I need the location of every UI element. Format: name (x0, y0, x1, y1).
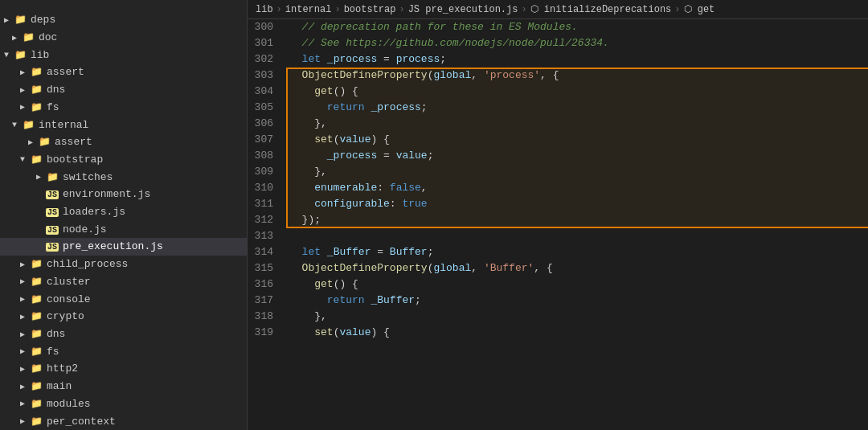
folder-icon: 📁 (29, 66, 43, 78)
sidebar-item-label-pre_execution: pre_execution.js (63, 240, 163, 252)
sidebar-title (0, 0, 247, 11)
sidebar-item-console[interactable]: ▶📁console (0, 290, 247, 308)
sidebar-item-label-fs2: fs (47, 346, 59, 358)
folder-icon: 📁 (29, 362, 43, 375)
sidebar-item-assert-root[interactable]: ▶📁assert (0, 63, 247, 81)
sidebar-item-child_process[interactable]: ▶📁child_process (0, 256, 247, 273)
sidebar-item-label-assert-internal: assert (55, 136, 92, 148)
arrow-icon-main: ▶ (16, 382, 29, 391)
sidebar-item-fs[interactable]: ▶📁fs (0, 99, 247, 117)
code-line-302: 302 let _process = process; (248, 51, 868, 68)
code-line-307: 307 set(value) { (248, 132, 868, 148)
arrow-icon-fs: ▶ (16, 102, 29, 112)
sidebar-item-label-fs: fs (47, 101, 59, 113)
arrow-icon-crypto: ▶ (16, 312, 29, 321)
sidebar-item-label-environment: environment.js (63, 188, 150, 200)
sidebar-item-label-dns2: dns (47, 328, 65, 340)
sidebar-item-label-deps: deps (31, 14, 55, 26)
line-number-300: 300 (248, 19, 286, 35)
folder-icon: 📁 (29, 416, 43, 428)
line-content-303: ObjectDefineProperty(global, 'process', … (286, 68, 868, 84)
line-content-308: _process = value; (286, 148, 868, 164)
sidebar-item-pre_execution[interactable]: JSpre_execution.js (0, 238, 247, 256)
breadcrumb-part-4: ⬡ initializeDeprecations (530, 3, 672, 15)
sidebar: ▶📁deps▶📁doc▼📁lib▶📁assert▶📁dns▶📁fs▼📁inter… (0, 0, 248, 430)
sidebar-item-switches[interactable]: ▶📁switches (0, 168, 247, 186)
code-line-314: 314 let _Buffer = Buffer; (248, 244, 868, 260)
line-number-308: 308 (248, 148, 286, 164)
folder-icon: 📁 (29, 328, 43, 340)
line-number-301: 301 (248, 35, 286, 51)
sidebar-item-bootstrap[interactable]: ▼📁bootstrap (0, 151, 247, 169)
code-line-319: 319 set(value) { (248, 325, 868, 341)
code-line-316: 316 get() { (248, 276, 868, 293)
code-area[interactable]: 300 // deprecation path for these in ES … (248, 19, 868, 430)
arrow-icon-assert-internal: ▶ (24, 137, 37, 147)
folder-icon: 📁 (29, 154, 43, 166)
line-content-316: get() { (286, 276, 868, 293)
line-content-301: // See https://github.com/nodejs/node/pu… (286, 35, 868, 51)
arrow-icon-lib: ▼ (0, 51, 13, 59)
line-number-314: 314 (248, 244, 286, 260)
editor: lib › internal › bootstrap › JS pre_exec… (248, 0, 868, 430)
folder-icon: 📁 (37, 136, 51, 148)
sidebar-item-loaders[interactable]: JSloaders.js (0, 203, 247, 221)
js-file-icon: JS (45, 188, 59, 200)
line-number-316: 316 (248, 276, 286, 293)
sidebar-item-http2[interactable]: ▶📁http2 (0, 360, 247, 378)
js-file-icon: JS (45, 223, 59, 235)
folder-icon: 📁 (21, 31, 35, 43)
line-content-310: enumerable: false, (286, 180, 868, 196)
sidebar-item-nodejs[interactable]: JSnode.js (0, 220, 247, 238)
arrow-icon-dns: ▶ (16, 85, 29, 95)
sidebar-item-crypto[interactable]: ▶📁crypto (0, 308, 247, 326)
sidebar-item-internal[interactable]: ▼📁internal (0, 116, 247, 133)
sidebar-item-label-cluster: cluster (47, 276, 91, 288)
line-number-318: 318 (248, 309, 286, 325)
line-content-314: let _Buffer = Buffer; (286, 244, 868, 260)
js-file-icon: JS (45, 206, 59, 218)
breadcrumb: lib › internal › bootstrap › JS pre_exec… (248, 0, 868, 19)
arrow-icon-dns2: ▶ (16, 330, 29, 339)
arrow-icon-switches: ▶ (32, 172, 45, 182)
line-number-302: 302 (248, 51, 286, 68)
sidebar-item-label-switches: switches (63, 171, 113, 183)
sidebar-item-per_context[interactable]: ▶📁per_context (0, 412, 247, 430)
line-number-313: 313 (248, 228, 286, 244)
sidebar-item-deps[interactable]: ▶📁deps (0, 11, 247, 29)
sidebar-item-environment[interactable]: JSenvironment.js (0, 186, 247, 203)
arrow-icon-per_context: ▶ (16, 416, 29, 426)
folder-icon: 📁 (29, 380, 43, 392)
sidebar-item-label-per_context: per_context (47, 416, 116, 428)
sidebar-item-assert-internal[interactable]: ▶📁assert (0, 133, 247, 151)
sidebar-item-fs2[interactable]: ▶📁fs (0, 342, 247, 360)
line-number-305: 305 (248, 100, 286, 116)
line-number-309: 309 (248, 164, 286, 180)
arrow-icon-internal: ▼ (8, 121, 21, 129)
code-line-310: 310 enumerable: false, (248, 180, 868, 196)
line-content-309: }, (286, 164, 868, 180)
breadcrumb-part-2: bootstrap (344, 4, 396, 15)
sidebar-item-main[interactable]: ▶📁main (0, 378, 247, 395)
sidebar-item-dns[interactable]: ▶📁dns (0, 81, 247, 99)
sidebar-item-dns2[interactable]: ▶📁dns (0, 326, 247, 343)
sidebar-item-modules[interactable]: ▶📁modules (0, 395, 247, 412)
arrow-icon-cluster: ▶ (16, 276, 29, 286)
sidebar-item-label-http2: http2 (47, 362, 78, 375)
folder-icon: 📁 (13, 49, 27, 61)
arrow-icon-fs2: ▶ (16, 346, 29, 356)
line-content-317: return _Buffer; (286, 293, 868, 309)
line-number-310: 310 (248, 180, 286, 196)
folder-icon: 📁 (29, 346, 43, 358)
sidebar-item-cluster[interactable]: ▶📁cluster (0, 273, 247, 291)
code-line-305: 305 return _process; (248, 100, 868, 116)
line-number-307: 307 (248, 132, 286, 148)
folder-icon: 📁 (29, 276, 43, 288)
sidebar-item-doc[interactable]: ▶📁doc (0, 29, 247, 47)
sidebar-item-lib[interactable]: ▼📁lib (0, 46, 247, 63)
folder-icon: 📁 (13, 14, 27, 26)
line-number-304: 304 (248, 84, 286, 100)
folder-icon: 📁 (29, 101, 43, 113)
line-content-315: ObjectDefineProperty(global, 'Buffer', { (286, 260, 868, 276)
line-content-306: }, (286, 116, 868, 132)
